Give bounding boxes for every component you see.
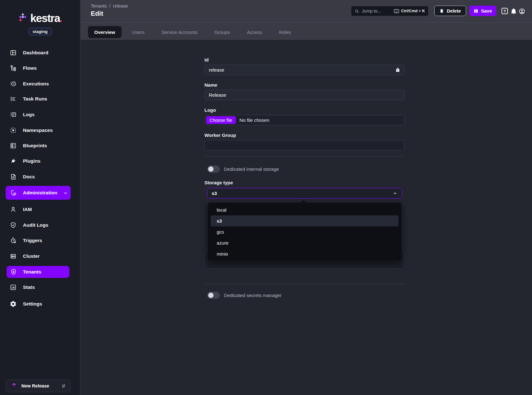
tenant-switcher[interactable]: New Release bbox=[6, 380, 70, 392]
worker-group-label: Worker Group bbox=[204, 133, 236, 138]
internal-storage-toggle[interactable] bbox=[207, 165, 220, 173]
sidebar-item-task-runs[interactable]: Task Runs bbox=[0, 91, 80, 106]
storage-type-select[interactable]: s3 bbox=[207, 188, 402, 198]
sidebar-item-dashboard[interactable]: Dashboard bbox=[0, 45, 80, 60]
sidebar-item-plugins[interactable]: Plugins bbox=[0, 154, 80, 169]
breadcrumb-release[interactable]: release bbox=[113, 3, 128, 8]
help-icon[interactable]: ? bbox=[502, 8, 508, 14]
sidebar-item-blueprints[interactable]: Blueprints bbox=[0, 138, 80, 153]
sidebar-item-tenants[interactable]: Tenants bbox=[7, 266, 69, 278]
stats-icon bbox=[10, 284, 17, 291]
logs-icon bbox=[10, 111, 17, 118]
sidebar-item-docs[interactable]: Docs bbox=[0, 169, 80, 184]
search-shortcut: Ctrl/Cmd + K bbox=[394, 9, 425, 13]
breadcrumb-separator: / bbox=[109, 3, 111, 8]
blueprints-icon bbox=[10, 142, 17, 149]
settings-icon bbox=[10, 300, 17, 307]
dropdown-option-local[interactable]: local bbox=[211, 204, 399, 215]
bell-icon[interactable] bbox=[510, 8, 517, 14]
section-divider bbox=[204, 156, 404, 157]
section-divider bbox=[204, 284, 404, 284]
name-label: Name bbox=[204, 82, 217, 88]
page-header: Tenants / release Edit Overview Users Se… bbox=[81, 0, 532, 40]
tab-overview[interactable]: Overview bbox=[88, 26, 122, 38]
tab-groups[interactable]: Groups bbox=[208, 26, 236, 38]
search-icon bbox=[355, 9, 359, 14]
dropdown-option-azure[interactable]: azure bbox=[211, 237, 399, 248]
sidebar-item-logs[interactable]: Logs bbox=[0, 107, 80, 122]
secrets-manager-toggle-label: Dedicated secrets manager bbox=[224, 293, 281, 298]
sidebar-item-label: Logs bbox=[23, 112, 35, 117]
breadcrumb-tenants[interactable]: Tenants bbox=[91, 3, 107, 8]
logo-text: kestra bbox=[30, 12, 60, 24]
administration-icon bbox=[10, 189, 17, 196]
sidebar-item-administration[interactable]: Administration bbox=[6, 186, 71, 200]
lock-icon bbox=[395, 68, 400, 72]
sidebar-item-label: Cluster bbox=[23, 253, 40, 259]
dropdown-option-gcs[interactable]: gcs bbox=[211, 226, 399, 237]
dropdown-option-minio[interactable]: minio bbox=[211, 248, 399, 259]
search-input[interactable]: Jump to... Ctrl/Cmd + K bbox=[351, 6, 428, 16]
sidebar-item-label: Namespaces bbox=[23, 127, 53, 133]
id-input[interactable]: release bbox=[204, 65, 404, 75]
save-button[interactable]: Save bbox=[470, 6, 496, 16]
sidebar-item-label: Triggers bbox=[23, 238, 42, 243]
secrets-manager-toggle-row: Dedicated secrets manager bbox=[207, 292, 281, 299]
executions-icon bbox=[10, 80, 17, 87]
sidebar-item-executions[interactable]: Executions bbox=[0, 76, 80, 91]
plugins-icon bbox=[10, 158, 17, 165]
tab-roles[interactable]: Roles bbox=[273, 26, 297, 38]
tab-bar: Overview Users Service Accounts Groups A… bbox=[88, 26, 297, 38]
delete-button[interactable]: Delete bbox=[434, 6, 466, 16]
sidebar-item-flows[interactable]: Flows bbox=[0, 61, 80, 76]
header-divider bbox=[81, 22, 532, 23]
sidebar-item-settings[interactable]: Settings bbox=[0, 296, 80, 311]
sidebar-item-label: Audit Logs bbox=[23, 222, 48, 228]
iam-icon bbox=[10, 206, 17, 213]
dropdown-option-s3[interactable]: s3 bbox=[211, 215, 399, 226]
sidebar-item-label: Executions bbox=[23, 81, 49, 87]
tenants-icon bbox=[10, 268, 17, 275]
audit-logs-icon bbox=[10, 222, 17, 229]
sidebar-item-label: Administration bbox=[23, 190, 57, 196]
account-icon[interactable] bbox=[518, 8, 525, 15]
save-icon bbox=[474, 8, 478, 13]
sidebar-item-stats[interactable]: Stats bbox=[0, 280, 80, 295]
sidebar-item-triggers[interactable]: Triggers bbox=[0, 233, 80, 248]
tab-service-accounts[interactable]: Service Accounts bbox=[155, 26, 204, 38]
breadcrumb: Tenants / release bbox=[91, 3, 128, 8]
kestra-logo[interactable]: kestra. bbox=[0, 12, 80, 24]
keyboard-icon bbox=[394, 9, 399, 13]
task-runs-icon bbox=[10, 95, 17, 102]
triggers-icon bbox=[10, 237, 17, 244]
choose-file-button[interactable]: Choose file bbox=[206, 116, 236, 124]
chevron-down-icon bbox=[63, 191, 68, 195]
sidebar-item-label: Docs bbox=[23, 174, 35, 180]
docs-icon bbox=[10, 173, 17, 180]
page-title: Edit bbox=[91, 10, 103, 17]
flows-icon bbox=[10, 65, 17, 72]
sidebar-item-label: Settings bbox=[23, 301, 42, 307]
search-placeholder: Jump to... bbox=[362, 8, 391, 14]
kestra-app: kestra. staging Dashboard Flows Executio… bbox=[0, 0, 532, 395]
tab-users[interactable]: Users bbox=[126, 26, 151, 38]
secrets-manager-toggle[interactable] bbox=[207, 292, 220, 299]
logo-file-input[interactable]: Choose file No file chosen bbox=[204, 115, 404, 125]
sidebar: kestra. staging Dashboard Flows Executio… bbox=[0, 0, 80, 395]
sidebar-item-label: Tenants bbox=[23, 269, 41, 275]
sidebar-item-label: Dashboard bbox=[23, 50, 48, 56]
swap-horizontal-icon bbox=[61, 383, 66, 389]
worker-group-input[interactable] bbox=[204, 140, 404, 150]
kestra-logo-icon bbox=[18, 13, 28, 23]
tab-access[interactable]: Access bbox=[241, 26, 268, 38]
file-status: No file chosen bbox=[240, 117, 269, 123]
sidebar-item-iam[interactable]: IAM bbox=[0, 202, 80, 217]
sidebar-item-cluster[interactable]: Cluster bbox=[0, 249, 80, 264]
sidebar-item-audit-logs[interactable]: Audit Logs bbox=[0, 218, 80, 233]
sidebar-item-namespaces[interactable]: Namespaces bbox=[0, 123, 80, 138]
namespaces-icon bbox=[10, 127, 17, 134]
sidebar-item-label: Plugins bbox=[23, 158, 41, 164]
logo-dot: . bbox=[59, 12, 62, 24]
name-input[interactable]: Release bbox=[204, 90, 404, 100]
internal-storage-toggle-label: Dedicated internal storage bbox=[224, 166, 279, 172]
